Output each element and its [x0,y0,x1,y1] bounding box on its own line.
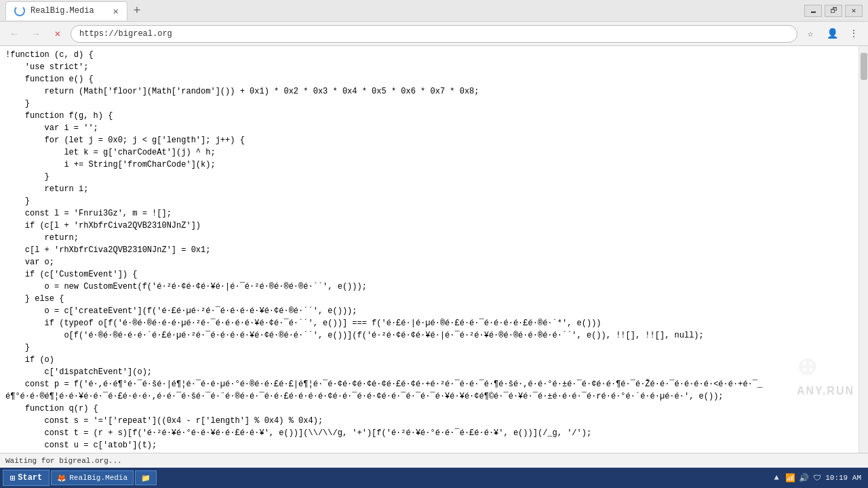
active-tab[interactable]: RealBig.Media ✕ [5,1,127,20]
browser-icon: 🦊 [57,474,66,483]
start-label: Start [18,473,42,483]
system-tray: ▲ 📶 🔊 🛡 10:19 AM [767,472,865,483]
vertical-scrollbar[interactable] [859,46,868,453]
minimize-button[interactable]: 🗕 [804,5,822,17]
maximize-button[interactable]: 🗗 [825,5,842,17]
close-button[interactable]: ✕ [845,5,863,17]
taskbar-folder-item[interactable]: 📁 [135,470,157,485]
taskbar-browser-item[interactable]: 🦊 RealBig.Media [51,470,134,485]
status-bar: Waiting for bigreal.org... [0,453,868,468]
code-content: !function (c, d) { 'use strict'; functio… [0,46,859,453]
antivirus-icon: 🛡 [812,472,823,483]
profile-button[interactable]: 👤 [823,25,841,43]
folder-icon: 📁 [141,474,151,483]
bookmark-button[interactable]: ☆ [802,25,819,43]
system-clock: 10:19 AM [825,474,861,482]
url-text: https://bigreal.org [79,29,172,39]
windows-icon: ⊞ [10,473,15,483]
window-controls: 🗕 🗗 ✕ [804,5,863,17]
title-bar: RealBig.Media ✕ + 🗕 🗗 ✕ [0,0,868,22]
forward-button[interactable]: → [27,25,45,43]
address-bar[interactable]: https://bigreal.org [71,25,797,43]
tab-title: RealBig.Media [31,6,94,16]
code-area: !function (c, d) { 'use strict'; functio… [0,46,868,453]
tab-close-button[interactable]: ✕ [113,5,119,17]
taskbar: ⊞ Start 🦊 RealBig.Media 📁 ▲ 📶 🔊 🛡 10:19 … [0,468,868,488]
volume-icon[interactable]: 🔊 [798,472,809,483]
new-tab-button[interactable]: + [127,1,146,20]
scrollbar-thumb[interactable] [861,53,867,80]
navigation-bar: ← → ✕ https://bigreal.org ☆ 👤 ⋮ [0,22,868,46]
tray-arrow[interactable]: ▲ [771,472,782,483]
tab-bar: RealBig.Media ✕ + [5,1,799,20]
loading-spinner [14,5,25,16]
status-text: Waiting for bigreal.org... [5,457,122,465]
back-button[interactable]: ← [5,25,23,43]
taskbar-browser-label: RealBig.Media [69,474,127,482]
menu-button[interactable]: ⋮ [845,25,863,43]
start-button[interactable]: ⊞ Start [3,470,50,486]
network-icon[interactable]: 📶 [785,472,795,483]
browser-window: RealBig.Media ✕ + 🗕 🗗 ✕ ← → ✕ https://bi… [0,0,868,488]
reload-button[interactable]: ✕ [49,25,66,43]
